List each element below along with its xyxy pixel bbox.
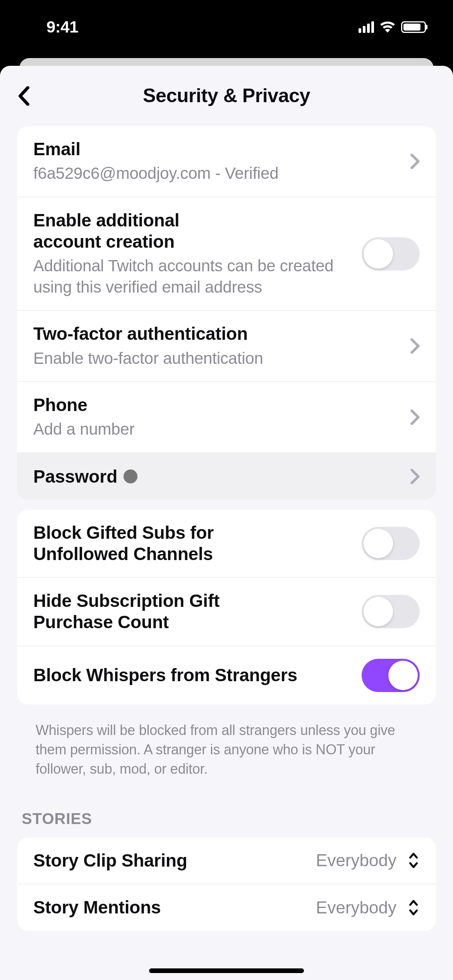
additional-account-subtitle: Additional Twitch accounts can be create… <box>33 255 343 298</box>
updown-icon <box>407 852 420 869</box>
whispers-footer-text: Whispers will be blocked from all strang… <box>17 714 436 795</box>
block-gifted-subs-toggle[interactable] <box>362 527 420 560</box>
status-indicators <box>359 21 426 33</box>
two-factor-row[interactable]: Two-factor authentication Enable two-fac… <box>17 311 436 382</box>
additional-account-toggle[interactable] <box>362 237 420 271</box>
story-mentions-value: Everybody <box>316 898 396 917</box>
hide-gift-count-row: Hide Subscription Gift Purchase Count <box>17 578 436 646</box>
hide-gift-count-toggle[interactable] <box>362 595 420 628</box>
story-mentions-title: Story Mentions <box>33 897 316 918</box>
stories-section-header: STORIES <box>17 795 436 838</box>
home-indicator[interactable] <box>149 968 304 973</box>
chevron-right-icon <box>410 409 420 425</box>
battery-icon <box>401 21 426 33</box>
phone-title: Phone <box>33 394 403 416</box>
password-row[interactable]: Password <box>17 453 436 500</box>
security-card: Email f6a529c6@moodjoy.com - Verified En… <box>17 126 436 500</box>
hide-gift-count-title: Hide Subscription Gift Purchase Count <box>33 590 242 633</box>
chevron-right-icon <box>410 338 420 354</box>
page-header: Security & Privacy <box>0 66 453 126</box>
privacy-card: Block Gifted Subs for Unfollowed Channel… <box>17 510 436 704</box>
updown-icon <box>407 899 420 917</box>
stories-card: Story Clip Sharing Everybody Story Menti… <box>17 838 436 931</box>
settings-sheet: Security & Privacy Email f6a529c6@moodjo… <box>0 66 453 980</box>
phone-subtitle: Add a number <box>33 419 403 440</box>
block-whispers-toggle[interactable] <box>362 659 420 692</box>
password-indicator-dot <box>124 469 137 483</box>
chevron-left-icon <box>17 86 30 106</box>
story-clip-sharing-row[interactable]: Story Clip Sharing Everybody <box>17 838 436 884</box>
block-gifted-subs-row: Block Gifted Subs for Unfollowed Channel… <box>17 510 436 578</box>
status-time: 9:41 <box>46 18 78 36</box>
chevron-right-icon <box>410 154 420 169</box>
back-button[interactable] <box>14 86 33 106</box>
cellular-signal-icon <box>359 21 374 33</box>
chevron-right-icon <box>410 469 420 484</box>
two-factor-title: Two-factor authentication <box>33 323 403 344</box>
story-mentions-row[interactable]: Story Mentions Everybody <box>17 884 436 931</box>
wifi-icon <box>380 21 395 33</box>
email-value: f6a529c6@moodjoy.com - Verified <box>33 163 403 184</box>
block-whispers-title: Block Whispers from Strangers <box>33 665 354 686</box>
two-factor-subtitle: Enable two-factor authentication <box>33 348 403 369</box>
email-title: Email <box>33 139 403 160</box>
password-title: Password <box>33 466 117 487</box>
block-whispers-row: Block Whispers from Strangers <box>17 646 436 704</box>
status-bar: 9:41 <box>0 0 453 54</box>
story-clip-sharing-value: Everybody <box>316 851 396 870</box>
story-clip-sharing-title: Story Clip Sharing <box>33 850 316 871</box>
additional-account-title: Enable additional account creation <box>33 210 196 252</box>
additional-account-row: Enable additional account creation Addit… <box>17 197 436 311</box>
block-gifted-subs-title: Block Gifted Subs for Unfollowed Channel… <box>33 522 235 565</box>
page-title: Security & Privacy <box>15 84 438 107</box>
email-row[interactable]: Email f6a529c6@moodjoy.com - Verified <box>17 126 436 197</box>
phone-row[interactable]: Phone Add a number <box>17 382 436 453</box>
